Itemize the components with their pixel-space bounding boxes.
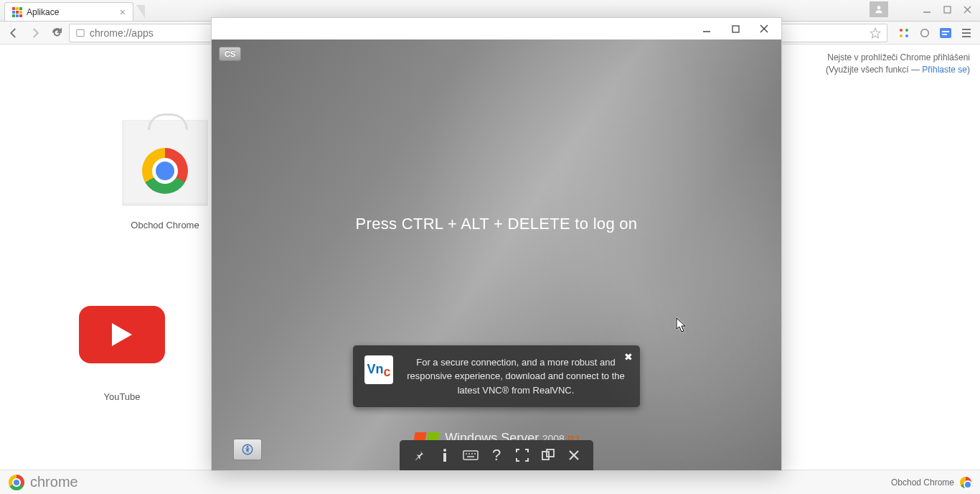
svg-rect-12: [940, 28, 951, 38]
vnc-help-icon[interactable]: ?: [484, 444, 509, 466]
svg-rect-33: [547, 449, 554, 457]
tab-close-icon[interactable]: ×: [120, 6, 126, 18]
svg-rect-5: [77, 29, 85, 36]
svg-rect-26: [463, 451, 478, 460]
vnc-info-icon[interactable]: [433, 444, 457, 466]
remote-screen[interactable]: CS Press CTRL + ALT + DELETE to log on W…: [212, 39, 781, 470]
vnc-close-button[interactable]: [750, 19, 778, 39]
vnc-toolbar: ?: [400, 440, 593, 470]
app-youtube[interactable]: YouTube: [57, 288, 187, 402]
webstore-link[interactable]: Obchod Chrome: [891, 477, 954, 488]
vnc-info-popup: ✖ Vnc For a secure connection, and a mor…: [353, 345, 640, 408]
svg-point-11: [921, 29, 929, 37]
os-minimize-button[interactable]: [917, 1, 937, 17]
signin-message: Nejste v prohlížeči Chrome přihlášeni (V…: [826, 52, 970, 76]
chrome-menu-button[interactable]: [957, 24, 976, 42]
extension-icon[interactable]: [915, 24, 934, 42]
youtube-icon: [79, 306, 165, 363]
chrome-store-icon: [122, 120, 208, 206]
vnc-window: CS Press CTRL + ALT + DELETE to log on W…: [211, 17, 782, 471]
popup-text: For a secure connection, and a more robu…: [403, 355, 628, 398]
extension-icon[interactable]: [936, 24, 955, 42]
back-button[interactable]: [4, 24, 23, 42]
svg-rect-14: [942, 34, 947, 35]
os-close-button[interactable]: [957, 1, 977, 17]
new-tab-button[interactable]: [136, 5, 145, 18]
logon-message: Press CTRL + ALT + DELETE to log on: [212, 215, 781, 233]
vnc-minimize-button[interactable]: [692, 19, 721, 39]
svg-rect-13: [942, 31, 949, 32]
signin-link[interactable]: Přihlaste se: [922, 65, 967, 75]
chrome-logo-icon: [9, 475, 24, 490]
realvnc-logo-icon: Vnc: [364, 355, 393, 384]
svg-point-24: [443, 449, 446, 452]
svg-point-8: [905, 29, 908, 32]
svg-point-9: [900, 34, 903, 37]
reload-button[interactable]: [47, 24, 66, 42]
input-language-badge[interactable]: CS: [219, 47, 241, 61]
extension-icon[interactable]: [895, 24, 913, 42]
vnc-scale-icon[interactable]: [536, 444, 560, 466]
svg-point-10: [905, 34, 908, 37]
svg-point-0: [877, 6, 881, 9]
popup-close-icon[interactable]: ✖: [624, 351, 633, 363]
profile-avatar-button[interactable]: [870, 1, 888, 17]
svg-rect-2: [944, 6, 951, 13]
svg-point-7: [900, 29, 903, 32]
vnc-fullscreen-icon[interactable]: [510, 444, 534, 466]
svg-rect-25: [443, 453, 446, 462]
svg-rect-19: [732, 26, 739, 32]
browser-tab[interactable]: Aplikace ×: [4, 2, 133, 21]
vnc-titlebar: [212, 18, 781, 39]
os-maximize-button[interactable]: [937, 1, 957, 17]
chrome-wordmark: chrome: [30, 474, 78, 490]
bookmark-star-icon[interactable]: [870, 27, 881, 39]
app-chrome-store[interactable]: Obchod Chrome: [100, 116, 230, 230]
apps-favicon: [12, 7, 22, 17]
toolbar-extensions: [895, 24, 976, 42]
forward-button[interactable]: [26, 24, 44, 42]
url-text: chrome://apps: [90, 27, 154, 39]
vnc-maximize-button[interactable]: [721, 19, 750, 39]
vnc-keyboard-icon[interactable]: [458, 444, 483, 466]
apps-bottom-bar: chrome Obchod Chrome: [0, 470, 980, 494]
os-window-controls: [917, 1, 977, 17]
chrome-logo-icon: [960, 477, 971, 488]
vnc-disconnect-icon[interactable]: [562, 444, 586, 466]
vnc-pin-icon[interactable]: [407, 444, 431, 466]
svg-marker-6: [870, 28, 880, 37]
tab-title: Aplikace: [27, 7, 59, 17]
svg-rect-32: [542, 452, 549, 460]
